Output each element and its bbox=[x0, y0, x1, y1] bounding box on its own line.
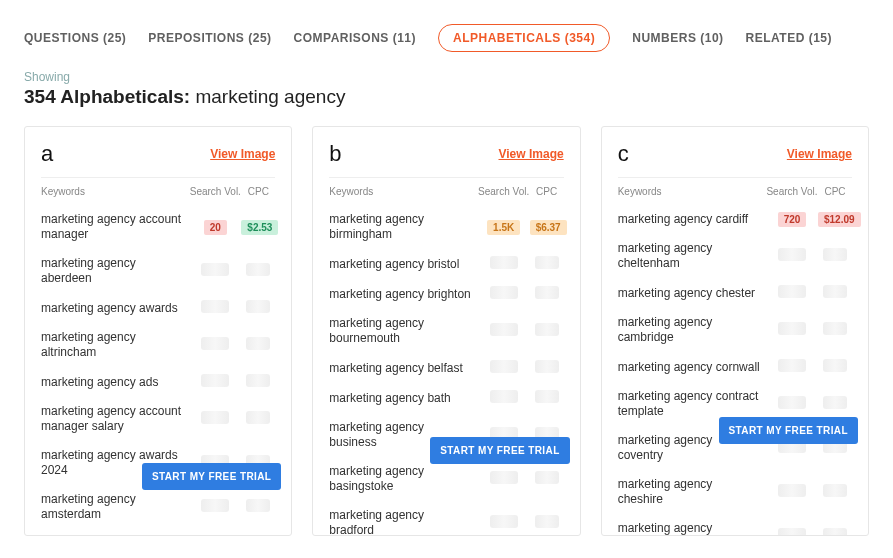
keyword-text: marketing agency bristol bbox=[329, 257, 477, 272]
keyword-row: marketing agency aberdeen bbox=[41, 249, 275, 293]
blurred-value bbox=[201, 263, 229, 276]
results-title: 354 Alphabeticals: marketing agency bbox=[24, 86, 869, 108]
keyword-text: marketing agency bath bbox=[329, 391, 477, 406]
search-vol-cell bbox=[766, 359, 818, 375]
cpc-cell bbox=[818, 528, 852, 536]
keyword-text: marketing agency bournemouth bbox=[329, 316, 477, 346]
tab-alphabeticals[interactable]: ALPHABETICALS (354) bbox=[438, 24, 610, 52]
keyword-row: marketing agency account manager jobs bbox=[41, 529, 275, 536]
keyword-row: marketing agency awards bbox=[41, 293, 275, 323]
tab-related[interactable]: RELATED (15) bbox=[746, 31, 832, 45]
blurred-value bbox=[201, 411, 229, 424]
cpc-badge: $6.37 bbox=[530, 220, 567, 235]
search-vol-cell bbox=[478, 360, 530, 376]
cpc-cell: $6.37 bbox=[530, 220, 564, 235]
blurred-value bbox=[823, 528, 847, 536]
blurred-value bbox=[535, 471, 559, 484]
keyword-row: marketing agency chester bbox=[618, 278, 852, 308]
blurred-value bbox=[778, 396, 806, 409]
keyword-text: marketing agency birmingham bbox=[329, 212, 477, 242]
card-head: aView Image bbox=[41, 141, 275, 178]
card-a: aView ImageKeywordsSearch Vol.CPCmarketi… bbox=[24, 126, 292, 536]
tab-questions[interactable]: QUESTIONS (25) bbox=[24, 31, 126, 45]
blurred-value bbox=[778, 528, 806, 536]
start-free-trial-button[interactable]: START MY FREE TRIAL bbox=[719, 417, 858, 444]
card-letter: b bbox=[329, 141, 341, 167]
blurred-value bbox=[490, 323, 518, 336]
keyword-row: marketing agency bath bbox=[329, 383, 563, 413]
card-letter: a bbox=[41, 141, 53, 167]
blurred-value bbox=[246, 411, 270, 424]
results-query: marketing agency bbox=[195, 86, 345, 107]
col-search-vol: Search Vol. bbox=[189, 186, 241, 197]
blurred-value bbox=[490, 256, 518, 269]
cpc-cell bbox=[241, 411, 275, 427]
search-vol-cell: 1.5K bbox=[478, 220, 530, 235]
cpc-cell bbox=[818, 484, 852, 500]
keyword-row: marketing agency cornwall bbox=[618, 352, 852, 382]
blurred-value bbox=[535, 323, 559, 336]
view-image-link[interactable]: View Image bbox=[499, 147, 564, 161]
search-vol-cell bbox=[766, 484, 818, 500]
blurred-value bbox=[778, 484, 806, 497]
cpc-cell bbox=[241, 300, 275, 316]
keyword-text: marketing agency cardiff bbox=[618, 212, 766, 227]
keyword-text: marketing agency belfast bbox=[329, 361, 477, 376]
col-keywords: Keywords bbox=[329, 186, 477, 197]
col-cpc: CPC bbox=[818, 186, 852, 197]
cpc-cell bbox=[818, 248, 852, 264]
cpc-cell bbox=[818, 285, 852, 301]
start-free-trial-button[interactable]: START MY FREE TRIAL bbox=[142, 463, 281, 490]
tab-numbers[interactable]: NUMBERS (10) bbox=[632, 31, 723, 45]
col-cpc: CPC bbox=[530, 186, 564, 197]
cpc-cell bbox=[530, 390, 564, 406]
keyword-text: marketing agency bradford bbox=[329, 508, 477, 536]
search-vol-cell bbox=[766, 322, 818, 338]
col-cpc: CPC bbox=[241, 186, 275, 197]
search-vol-cell bbox=[189, 374, 241, 390]
blurred-value bbox=[778, 359, 806, 372]
tab-prepositions[interactable]: PREPOSITIONS (25) bbox=[148, 31, 271, 45]
cpc-badge: $2.53 bbox=[241, 220, 278, 235]
blurred-value bbox=[490, 286, 518, 299]
keyword-row: marketing agency account manager20$2.53 bbox=[41, 205, 275, 249]
blurred-value bbox=[246, 337, 270, 350]
keyword-text: marketing agency awards bbox=[41, 301, 189, 316]
showing-label: Showing bbox=[24, 70, 869, 84]
cards-container: aView ImageKeywordsSearch Vol.CPCmarketi… bbox=[0, 126, 893, 536]
blurred-value bbox=[490, 360, 518, 373]
keyword-text: marketing agency aberdeen bbox=[41, 256, 189, 286]
blurred-value bbox=[823, 396, 847, 409]
search-vol-badge: 720 bbox=[778, 212, 807, 227]
keyword-row: marketing agency bradford bbox=[329, 501, 563, 536]
keyword-row: marketing agency belfast bbox=[329, 353, 563, 383]
keyword-text: marketing agency basingstoke bbox=[329, 464, 477, 494]
results-header: Showing 354 Alphabeticals: marketing age… bbox=[0, 70, 893, 126]
cpc-cell bbox=[530, 286, 564, 302]
view-image-link[interactable]: View Image bbox=[787, 147, 852, 161]
cpc-cell: $2.53 bbox=[241, 220, 275, 235]
keyword-row: marketing agency bristol bbox=[329, 249, 563, 279]
blurred-value bbox=[246, 374, 270, 387]
search-vol-cell bbox=[478, 256, 530, 272]
card-b: bView ImageKeywordsSearch Vol.CPCmarketi… bbox=[312, 126, 580, 536]
blurred-value bbox=[535, 360, 559, 373]
cpc-badge: $12.09 bbox=[818, 212, 861, 227]
search-vol-cell bbox=[189, 263, 241, 279]
blurred-value bbox=[201, 374, 229, 387]
search-vol-badge: 1.5K bbox=[487, 220, 520, 235]
search-vol-cell bbox=[189, 499, 241, 515]
search-vol-cell bbox=[766, 528, 818, 536]
cpc-cell bbox=[818, 322, 852, 338]
view-image-link[interactable]: View Image bbox=[210, 147, 275, 161]
cpc-cell bbox=[241, 499, 275, 515]
cpc-cell bbox=[241, 374, 275, 390]
blurred-value bbox=[823, 359, 847, 372]
search-vol-cell bbox=[478, 323, 530, 339]
search-vol-cell bbox=[478, 515, 530, 531]
search-vol-cell bbox=[766, 248, 818, 264]
cpc-cell: $12.09 bbox=[818, 212, 852, 227]
keyword-row: marketing agency altrincham bbox=[41, 323, 275, 367]
start-free-trial-button[interactable]: START MY FREE TRIAL bbox=[430, 437, 569, 464]
tab-comparisons[interactable]: COMPARISONS (11) bbox=[294, 31, 416, 45]
